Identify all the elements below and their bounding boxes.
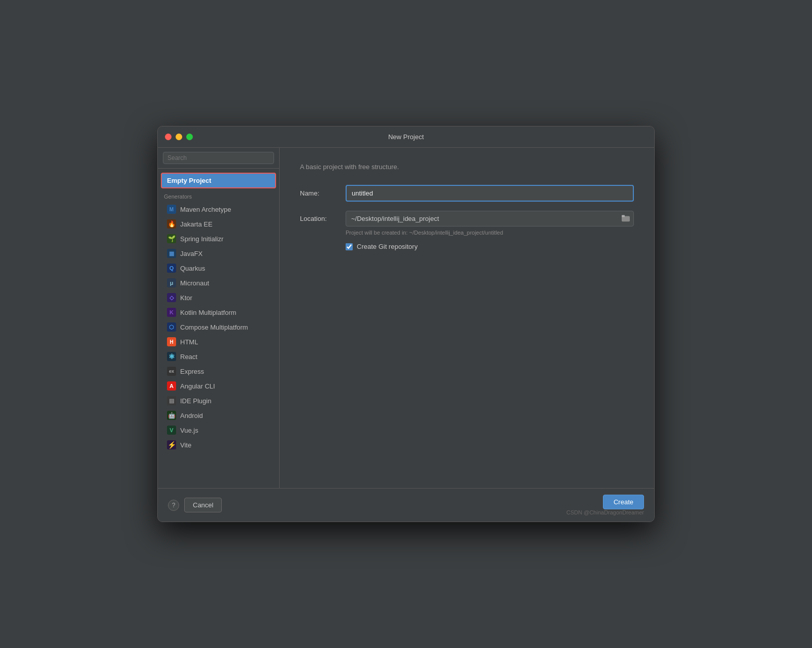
location-row: Location: xyxy=(300,211,634,226)
dialog-body: Empty Project Generators M Maven Archety… xyxy=(158,148,654,488)
sidebar: Empty Project Generators M Maven Archety… xyxy=(158,148,280,488)
new-project-dialog: New Project Empty Project Generators M M… xyxy=(157,126,655,522)
spring-initializr-label: Spring Initializr xyxy=(180,235,223,243)
help-icon: ? xyxy=(172,502,176,509)
dialog-footer: ? Cancel Create CSDN @ChinaDragonDreamer xyxy=(158,488,654,522)
main-content: A basic project with free structure. Nam… xyxy=(280,148,654,488)
quarkus-label: Quarkus xyxy=(180,265,205,272)
sidebar-item-javafx[interactable]: ▦ JavaFX xyxy=(161,246,276,261)
vuejs-icon: V xyxy=(167,426,176,435)
jakarta-ee-label: Jakarta EE xyxy=(180,220,213,228)
project-description: A basic project with free structure. xyxy=(300,163,634,171)
ide-plugin-icon: ▤ xyxy=(167,396,176,405)
git-label: Create Git repository xyxy=(357,243,418,250)
sidebar-item-spring-initializr[interactable]: 🌱 Spring Initializr xyxy=(161,232,276,246)
sidebar-item-maven-archetype[interactable]: M Maven Archetype xyxy=(161,202,276,216)
kotlin-icon: K xyxy=(167,308,176,317)
dialog-title: New Project xyxy=(388,133,424,141)
svg-rect-1 xyxy=(622,215,625,217)
kotlin-multiplatform-label: Kotlin Multiplatform xyxy=(180,309,236,316)
help-button[interactable]: ? xyxy=(168,500,179,511)
sidebar-item-vite[interactable]: ⚡ Vite xyxy=(161,438,276,452)
window-controls xyxy=(165,134,193,140)
sidebar-item-kotlin-multiplatform[interactable]: K Kotlin Multiplatform xyxy=(161,305,276,319)
sidebar-item-android[interactable]: 🤖 Android xyxy=(161,408,276,423)
close-button[interactable] xyxy=(165,134,172,140)
name-input[interactable] xyxy=(346,185,634,202)
maven-archetype-label: Maven Archetype xyxy=(180,206,231,213)
minimize-button[interactable] xyxy=(176,134,182,140)
angular-cli-label: Angular CLI xyxy=(180,382,215,390)
ktor-label: Ktor xyxy=(180,294,192,302)
html-label: HTML xyxy=(180,338,198,346)
project-path-text: Project will be created in: ~/Desktop/in… xyxy=(346,230,634,236)
empty-project-label: Empty Project xyxy=(167,177,211,184)
express-icon: ex xyxy=(167,367,176,376)
vite-label: Vite xyxy=(180,441,191,449)
watermark: CSDN @ChinaDragonDreamer xyxy=(566,509,644,515)
sidebar-item-quarkus[interactable]: Q Quarkus xyxy=(161,261,276,275)
ide-plugin-label: IDE Plugin xyxy=(180,397,211,405)
spring-icon: 🌱 xyxy=(167,234,176,243)
android-icon: 🤖 xyxy=(167,411,176,420)
sidebar-item-ide-plugin[interactable]: ▤ IDE Plugin xyxy=(161,394,276,408)
sidebar-item-micronaut[interactable]: μ Micronaut xyxy=(161,276,276,290)
maven-archetype-icon: M xyxy=(167,205,176,214)
generators-section-label: Generators xyxy=(158,189,279,202)
sidebar-item-express[interactable]: ex Express xyxy=(161,364,276,378)
html-icon: H xyxy=(167,337,176,346)
footer-right: Create CSDN @ChinaDragonDreamer xyxy=(566,495,644,515)
sidebar-item-react[interactable]: ⚛ React xyxy=(161,349,276,364)
jakarta-ee-icon: 🔥 xyxy=(167,219,176,229)
sidebar-item-angular-cli[interactable]: A Angular CLI xyxy=(161,379,276,393)
sidebar-item-ktor[interactable]: ◇ Ktor xyxy=(161,290,276,305)
micronaut-icon: μ xyxy=(167,278,176,287)
sidebar-content: Empty Project Generators M Maven Archety… xyxy=(158,169,279,488)
location-input-wrap xyxy=(346,211,634,226)
android-label: Android xyxy=(180,412,203,419)
git-row: Create Git repository xyxy=(346,243,634,250)
sidebar-item-html[interactable]: H HTML xyxy=(161,335,276,349)
location-label: Location: xyxy=(300,215,346,222)
vite-icon: ⚡ xyxy=(167,440,176,449)
express-label: Express xyxy=(180,368,204,375)
micronaut-label: Micronaut xyxy=(180,279,209,287)
vuejs-label: Vue.js xyxy=(180,427,198,434)
compose-icon: ⬡ xyxy=(167,322,176,332)
sidebar-item-jakarta-ee[interactable]: 🔥 Jakarta EE xyxy=(161,217,276,231)
title-bar: New Project xyxy=(158,126,654,148)
angular-icon: A xyxy=(167,381,176,391)
maximize-button[interactable] xyxy=(186,134,193,140)
create-button[interactable]: Create xyxy=(603,495,644,509)
ktor-icon: ◇ xyxy=(167,293,176,302)
sidebar-item-vuejs[interactable]: V Vue.js xyxy=(161,423,276,437)
browse-folder-button[interactable] xyxy=(620,213,632,224)
react-icon: ⚛ xyxy=(167,352,176,361)
javafx-icon: ▦ xyxy=(167,249,176,258)
footer-left: ? Cancel xyxy=(168,498,222,512)
git-checkbox[interactable] xyxy=(346,243,353,250)
location-input[interactable] xyxy=(346,211,634,226)
javafx-label: JavaFX xyxy=(180,250,202,257)
sidebar-item-empty-project[interactable]: Empty Project xyxy=(161,173,276,188)
react-label: React xyxy=(180,353,197,361)
search-input[interactable] xyxy=(163,152,274,164)
quarkus-icon: Q xyxy=(167,264,176,273)
compose-multiplatform-label: Compose Multiplatform xyxy=(180,323,248,331)
name-label: Name: xyxy=(300,189,346,197)
name-row: Name: xyxy=(300,185,634,202)
search-box xyxy=(158,148,279,169)
cancel-button[interactable]: Cancel xyxy=(184,498,222,512)
sidebar-item-compose-multiplatform[interactable]: ⬡ Compose Multiplatform xyxy=(161,320,276,334)
